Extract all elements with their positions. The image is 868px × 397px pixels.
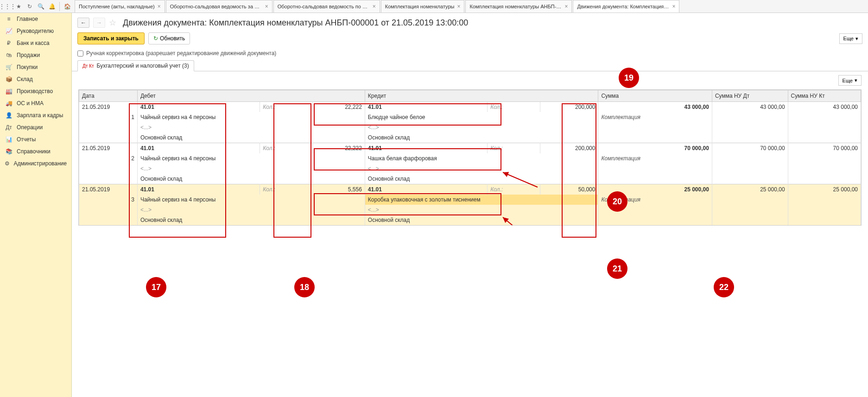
search-icon[interactable]: 🔍 <box>35 1 46 12</box>
close-icon[interactable]: × <box>564 3 568 10</box>
nav-back[interactable]: ← <box>77 18 89 28</box>
cell-debit-extra: <...> <box>137 164 365 174</box>
refresh-button[interactable]: ↻ Обновить <box>148 32 190 44</box>
col-debit[interactable]: Дебет <box>137 90 365 102</box>
sidebar-item[interactable]: ≡Главное <box>0 13 71 25</box>
home-icon[interactable]: 🏠 <box>62 1 73 12</box>
sidebar-item[interactable]: 📈Руководителю <box>0 25 71 37</box>
cell-debit-wh: Основной склад <box>137 132 365 143</box>
cell-credit-item: Блюдце чайное белое <box>365 112 598 122</box>
sidebar-item[interactable]: 📚Справочники <box>0 145 71 158</box>
close-icon[interactable]: × <box>265 3 268 10</box>
cell-debit-item: Чайный сервиз на 4 персоны <box>137 153 365 164</box>
table-row[interactable]: <...><...> <box>79 164 861 174</box>
tab-accounting[interactable]: Дт Кт Бухгалтерский и налоговый учет (3) <box>77 60 194 71</box>
cell-sum-label: Комплектация <box>598 112 712 122</box>
tab[interactable]: Комплектация номенклатуры× <box>381 0 465 13</box>
table-row[interactable]: Основной складОсновной склад <box>79 132 861 143</box>
close-icon[interactable]: × <box>158 3 161 10</box>
sidebar-label: Продажи <box>17 52 40 58</box>
save-close-button[interactable]: Записать и закрыть <box>77 32 145 44</box>
tab[interactable]: Оборотно-сальдовая ведомость за 2019 г. … <box>166 0 272 13</box>
table-row[interactable]: Основной складОсновной склад <box>79 215 861 225</box>
cell-sum-dt: 70 000,00 <box>712 143 788 154</box>
sidebar-item[interactable]: 🚚ОС и НМА <box>0 97 71 109</box>
cell-qty-label: Кол.: <box>260 102 312 113</box>
sidebar-label: ОС и НМА <box>17 100 44 107</box>
tab[interactable]: Оборотно-сальдовая ведомость по счету 4.… <box>273 0 380 13</box>
cell-debit-wh: Основной склад <box>137 174 365 184</box>
table-row[interactable]: 21.05.201941.01Кол.:22,22241.01Кол.:200,… <box>79 102 861 113</box>
close-icon[interactable]: × <box>672 3 675 10</box>
table-row[interactable]: 1Чайный сервиз на 4 персоныБлюдце чайное… <box>79 112 861 122</box>
more-button-top[interactable]: Еще▾ <box>839 33 862 44</box>
tabs-row: Поступление (акты, накладные)×Оборотно-с… <box>75 0 866 13</box>
nav-forward[interactable]: → <box>93 18 105 28</box>
sidebar-label: Склад <box>17 76 33 82</box>
more-label: Еще <box>843 36 854 41</box>
cell-credit-extra: <...> <box>365 205 598 215</box>
table-row[interactable]: 2Чайный сервиз на 4 персоныЧашка белая ф… <box>79 153 861 164</box>
sidebar-icon: ≡ <box>5 16 13 22</box>
table-row[interactable]: 21.05.201941.01Кол.:5,55641.01Кол.:50,00… <box>79 184 861 195</box>
table-row[interactable]: <...><...> <box>79 205 861 215</box>
star-icon[interactable]: ★ <box>13 1 24 12</box>
sidebar-item[interactable]: ₽Банк и касса <box>0 37 71 49</box>
sidebar-item[interactable]: 👤Зарплата и кадры <box>0 109 71 121</box>
cell-qty-label: Кол.: <box>488 102 540 113</box>
manual-edit-row: Ручная корректировка (разрешает редактир… <box>72 49 868 60</box>
sidebar-item[interactable]: 🛒Покупки <box>0 61 71 73</box>
more-button-grid[interactable]: Еще▾ <box>838 75 862 86</box>
nav-row: ← → ☆ Движения документа: Комплектация н… <box>72 13 868 31</box>
sidebar-label: Администрирование <box>14 160 67 167</box>
favorite-icon[interactable]: ☆ <box>109 18 116 28</box>
col-sum[interactable]: Сумма <box>598 90 712 102</box>
cell-sum-kt: 43 000,00 <box>788 102 861 113</box>
cell-qty-label: Кол.: <box>488 184 540 195</box>
sidebar-item[interactable]: 🛍Продажи <box>0 49 71 61</box>
sidebar-item[interactable]: 📊Отчеты <box>0 133 71 145</box>
sidebar-item[interactable]: 🏭Производство <box>0 85 71 97</box>
cell-row-num: 2 <box>79 153 138 164</box>
cell-row-num: 1 <box>79 112 138 122</box>
cell-debit-wh: Основной склад <box>137 215 365 225</box>
sidebar-icon: 📚 <box>5 148 13 155</box>
col-sum-kt[interactable]: Сумма НУ Кт <box>788 90 861 102</box>
tab-label: Комплектация номенклатуры АНБП-000001... <box>469 4 562 9</box>
sidebar-item[interactable]: ⚙Администрирование <box>0 158 71 170</box>
col-sum-dt[interactable]: Сумма НУ Дт <box>712 90 788 102</box>
cell-qty-label: Кол.: <box>260 143 312 154</box>
cell-sum-label: Комплектация <box>598 153 712 164</box>
table-row[interactable]: 3Чайный сервиз на 4 персоныКоробка упако… <box>79 195 861 205</box>
cell-debit-item: Чайный сервиз на 4 персоны <box>137 195 365 205</box>
sidebar-label: Производство <box>17 88 53 95</box>
top-toolbar: ⋮⋮⋮ ★ ↻ 🔍 🔔 🏠 Поступление (акты, накладн… <box>0 0 868 13</box>
sidebar-label: Отчеты <box>17 136 36 143</box>
entries-grid[interactable]: Дата Дебет Кредит Сумма Сумма НУ Дт Сумм… <box>79 90 861 225</box>
table-row[interactable]: Основной складОсновной склад <box>79 174 861 184</box>
sidebar-icon: 📊 <box>5 136 13 143</box>
close-icon[interactable]: × <box>457 3 460 10</box>
manual-edit-checkbox[interactable] <box>77 50 83 57</box>
sidebar-item[interactable]: 📦Склад <box>0 73 71 85</box>
col-date[interactable]: Дата <box>79 90 138 102</box>
tab[interactable]: Поступление (акты, накладные)× <box>75 0 165 13</box>
dt-kt-icon: Дт Кт <box>82 63 94 69</box>
close-icon[interactable]: × <box>373 3 376 10</box>
cell-credit-extra: <...> <box>365 164 598 174</box>
separator <box>59 2 60 11</box>
tab[interactable]: Комплектация номенклатуры АНБП-000001...… <box>465 0 572 13</box>
sidebar-item[interactable]: ДтОперации <box>0 121 71 133</box>
apps-icon[interactable]: ⋮⋮⋮ <box>2 1 13 12</box>
cell-sum: 43 000,00 <box>598 102 712 113</box>
table-row[interactable]: 21.05.201941.01Кол.:22,22241.01Кол.:200,… <box>79 143 861 154</box>
cell-qty-label: Кол.: <box>488 143 540 154</box>
col-credit[interactable]: Кредит <box>365 90 598 102</box>
history-icon[interactable]: ↻ <box>24 1 35 12</box>
sidebar-icon: 🚚 <box>5 100 13 107</box>
bell-icon[interactable]: 🔔 <box>46 1 57 12</box>
manual-edit-label: Ручная корректировка (разрешает редактир… <box>86 50 276 57</box>
tab[interactable]: Движения документа: Комплектация номен..… <box>573 0 679 13</box>
cell-credit-qty: 200,000 <box>540 102 598 113</box>
table-row[interactable]: <...><...> <box>79 122 861 132</box>
